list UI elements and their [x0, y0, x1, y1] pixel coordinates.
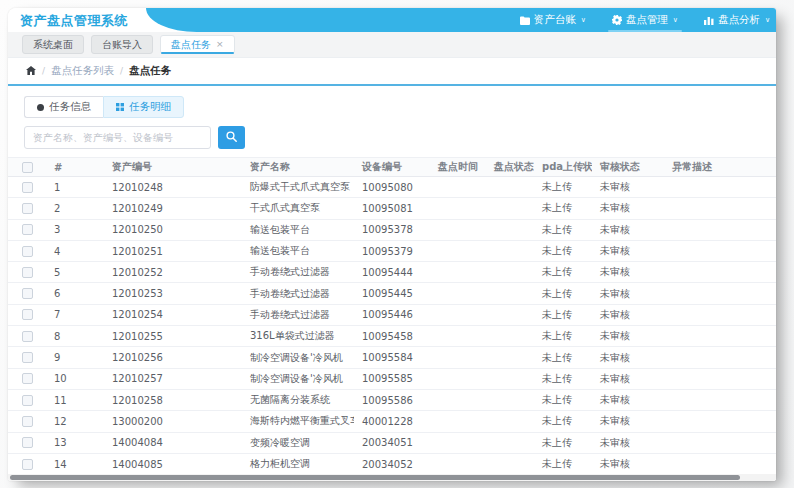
row-exception [664, 369, 776, 389]
nav-item-asset-ledger[interactable]: 资产台账 ∨ [520, 8, 586, 32]
table-row[interactable]: 712010254手动卷绕式过滤器10095446未上传未审核 [8, 305, 776, 326]
row-asset-no: 12010254 [104, 305, 242, 325]
row-device-no: 20034052 [354, 454, 430, 474]
row-checkbox[interactable] [22, 267, 33, 278]
row-pda-status: 未上传 [534, 220, 592, 240]
grid-icon [116, 101, 124, 113]
row-pda-status: 未上传 [534, 198, 592, 218]
row-audit-status: 未审核 [592, 369, 664, 389]
row-check-time [430, 262, 486, 282]
row-check-status [486, 198, 534, 218]
row-audit-status: 未审核 [592, 326, 664, 346]
table-row[interactable]: 812010255316L单袋式过滤器10095458未上传未审核 [8, 326, 776, 347]
row-device-no: 20034051 [354, 433, 430, 453]
row-checkbox[interactable] [22, 373, 33, 384]
row-asset-no: 14004084 [104, 433, 242, 453]
row-checkbox[interactable] [22, 416, 33, 427]
table-row[interactable]: 912010256制冷空调设备'冷风机10095584未上传未审核 [8, 347, 776, 368]
row-check-status [486, 220, 534, 240]
row-asset-name: 输送包装平台 [242, 220, 354, 240]
table-row[interactable]: 1012010257制冷空调设备'冷风机10095585未上传未审核 [8, 369, 776, 390]
row-index: 1 [46, 177, 104, 197]
table-row[interactable]: 1213000200海斯特内燃平衡重式叉车40001228未上传未审核 [8, 411, 776, 432]
subtab-task-detail[interactable]: 任务明细 [103, 96, 184, 118]
table-row[interactable]: 312010250输送包装平台10095378未上传未审核 [8, 220, 776, 241]
row-checkbox[interactable] [22, 395, 33, 406]
scrollbar-thumb[interactable] [10, 475, 740, 480]
row-checkbox[interactable] [22, 288, 33, 299]
table-row[interactable]: 1414004085格力柜机空调20034052未上传未审核 [8, 454, 776, 475]
tab-inventory-task[interactable]: 盘点任务 × [160, 35, 235, 54]
row-audit-status: 未审核 [592, 347, 664, 367]
row-exception [664, 390, 776, 410]
row-check-time [430, 411, 486, 431]
row-exception [664, 326, 776, 346]
row-device-no: 10095586 [354, 390, 430, 410]
row-index: 2 [46, 198, 104, 218]
row-audit-status: 未审核 [592, 390, 664, 410]
row-index: 12 [46, 411, 104, 431]
row-checkbox[interactable] [22, 203, 33, 214]
table-row[interactable]: 612010253手动卷绕式过滤器10095445未上传未审核 [8, 283, 776, 304]
row-device-no: 10095585 [354, 369, 430, 389]
row-check-time [430, 326, 486, 346]
page-background: 资产盘点管理系统 资产台账 ∨ 盘点管理 ∨ [0, 0, 794, 488]
row-device-no: 10095081 [354, 198, 430, 218]
row-checkbox[interactable] [22, 331, 33, 342]
row-checkbox[interactable] [22, 352, 33, 363]
row-check-status [486, 326, 534, 346]
col-header-check-status: 盘点状态 [486, 158, 534, 176]
nav-item-inventory-analysis[interactable]: 盘点分析 ∨ [704, 8, 770, 32]
row-index: 7 [46, 305, 104, 325]
table-row[interactable]: 412010251输送包装平台10095379未上传未审核 [8, 241, 776, 262]
nav-item-inventory-mgmt[interactable]: 盘点管理 ∨ [612, 8, 678, 32]
home-icon[interactable] [26, 65, 36, 77]
app-header: 资产盘点管理系统 资产台账 ∨ 盘点管理 ∨ [8, 8, 776, 32]
row-asset-no: 12010256 [104, 347, 242, 367]
row-checkbox[interactable] [22, 224, 33, 235]
table-row[interactable]: 112010248防爆式干式爪式真空泵10095080未上传未审核 [8, 177, 776, 198]
search-button[interactable] [218, 126, 245, 149]
search-input[interactable] [24, 126, 211, 149]
row-exception [664, 454, 776, 474]
row-check-time [430, 433, 486, 453]
row-index: 9 [46, 347, 104, 367]
row-pda-status: 未上传 [534, 283, 592, 303]
table-row[interactable]: 1112010258无菌隔离分装系统10095586未上传未审核 [8, 390, 776, 411]
row-asset-name: 输送包装平台 [242, 241, 354, 261]
table-row[interactable]: 1314004084变频冷暖空调20034051未上传未审核 [8, 433, 776, 454]
row-check-time [430, 347, 486, 367]
row-asset-name: 防爆式干式爪式真空泵 [242, 177, 354, 197]
table-row[interactable]: 512010252手动卷绕式过滤器10095444未上传未审核 [8, 262, 776, 283]
row-asset-name: 干式爪式真空泵 [242, 198, 354, 218]
tab-system-desktop[interactable]: 系统桌面 [22, 35, 84, 54]
breadcrumb-separator: / [120, 66, 123, 76]
row-checkbox[interactable] [22, 309, 33, 320]
detail-subtabs: 任务信息 任务明细 [24, 96, 776, 118]
row-checkbox[interactable] [22, 459, 33, 470]
row-check-status [486, 454, 534, 474]
tab-ledger-import[interactable]: 台账导入 [91, 35, 153, 54]
row-checkbox[interactable] [22, 437, 33, 448]
row-exception [664, 177, 776, 197]
breadcrumb-task-list[interactable]: 盘点任务列表 [51, 64, 114, 78]
row-pda-status: 未上传 [534, 454, 592, 474]
row-asset-no: 12010248 [104, 177, 242, 197]
select-all-checkbox[interactable] [22, 162, 33, 173]
subtab-task-info[interactable]: 任务信息 [24, 96, 103, 118]
row-index: 6 [46, 283, 104, 303]
row-check-time [430, 177, 486, 197]
search-row [24, 126, 776, 149]
row-asset-no: 12010252 [104, 262, 242, 282]
row-check-time [430, 283, 486, 303]
row-audit-status: 未审核 [592, 262, 664, 282]
row-pda-status: 未上传 [534, 241, 592, 261]
col-header-pda-status: pda上传状态 [534, 158, 592, 176]
row-asset-name: 制冷空调设备'冷风机 [242, 369, 354, 389]
col-header-audit-status: 审核状态 [592, 158, 664, 176]
table-row[interactable]: 212010249干式爪式真空泵10095081未上传未审核 [8, 198, 776, 219]
row-checkbox[interactable] [22, 246, 33, 257]
row-asset-name: 手动卷绕式过滤器 [242, 283, 354, 303]
row-checkbox[interactable] [22, 182, 33, 193]
close-icon[interactable]: × [216, 40, 224, 49]
